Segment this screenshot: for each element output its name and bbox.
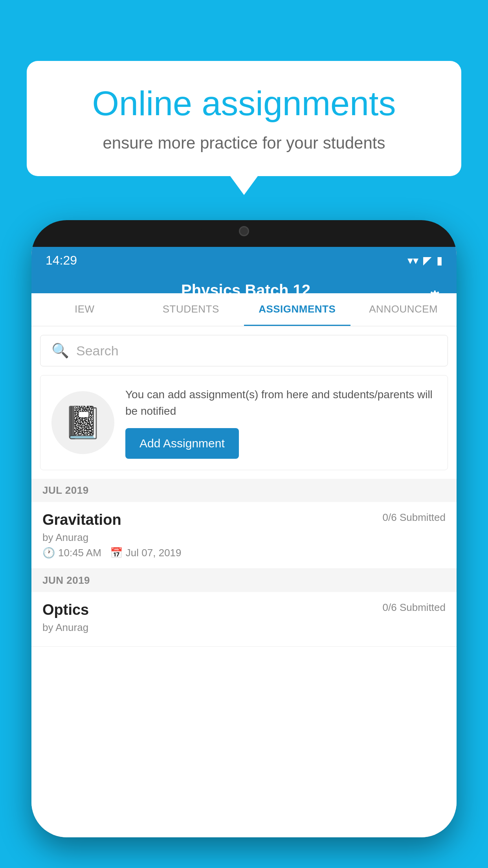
phone-notch	[201, 220, 287, 242]
assignment-title-gravitation: Gravitation	[42, 511, 121, 528]
status-icons: ▾▾ ◤ ▮	[407, 254, 442, 267]
assignment-status-gravitation: 0/6 Submitted	[383, 511, 446, 524]
signal-icon: ◤	[423, 254, 432, 267]
assignment-time-gravitation: 🕐 10:45 AM	[42, 547, 101, 559]
phone-container: 14:29 ▾▾ ◤ ▮ ← Physics Batch 12 Owner ⚙	[31, 220, 457, 868]
calendar-icon: 📅	[110, 547, 123, 559]
notebook-icon: 📓	[63, 404, 103, 441]
tab-iew[interactable]: IEW	[31, 293, 138, 326]
search-placeholder: Search	[76, 343, 119, 359]
speech-bubble-container: Online assignments ensure more practice …	[27, 61, 461, 176]
clock-icon: 🕐	[42, 547, 55, 559]
status-time: 14:29	[46, 253, 77, 268]
promo-icon-circle: 📓	[51, 391, 114, 454]
assignment-row-top: Gravitation 0/6 Submitted	[42, 511, 446, 528]
assignment-meta-gravitation: 🕐 10:45 AM 📅 Jul 07, 2019	[42, 547, 446, 559]
assignment-item-optics[interactable]: Optics 0/6 Submitted by Anurag	[31, 592, 457, 647]
search-icon: 🔍	[51, 342, 69, 359]
section-header-jun: JUN 2019	[31, 569, 457, 592]
phone-camera	[239, 226, 249, 236]
speech-bubble-subtitle: ensure more practice for your students	[54, 134, 434, 153]
phone-screen: 14:29 ▾▾ ◤ ▮ ← Physics Batch 12 Owner ⚙	[31, 247, 457, 837]
promo-text-area: You can add assignment(s) from here and …	[125, 386, 437, 459]
assignment-author-gravitation: by Anurag	[42, 531, 446, 544]
status-bar: 14:29 ▾▾ ◤ ▮	[31, 247, 457, 274]
add-assignment-button[interactable]: Add Assignment	[125, 428, 239, 459]
assignment-title-optics: Optics	[42, 601, 89, 618]
battery-icon: ▮	[437, 254, 442, 267]
tab-announcements[interactable]: ANNOUNCEM	[350, 293, 457, 326]
content-area: 🔍 Search 📓 You can add assignment(s) fro…	[31, 326, 457, 837]
assignment-item-gravitation[interactable]: Gravitation 0/6 Submitted by Anurag 🕐 10…	[31, 502, 457, 569]
speech-bubble-title: Online assignments	[54, 85, 434, 123]
phone-frame: 14:29 ▾▾ ◤ ▮ ← Physics Batch 12 Owner ⚙	[31, 220, 457, 837]
assignment-date-gravitation: 📅 Jul 07, 2019	[110, 547, 182, 559]
tab-assignments[interactable]: ASSIGNMENTS	[244, 293, 350, 326]
promo-banner: 📓 You can add assignment(s) from here an…	[40, 375, 448, 470]
assignment-row-top-optics: Optics 0/6 Submitted	[42, 601, 446, 618]
search-bar[interactable]: 🔍 Search	[40, 335, 448, 366]
wifi-icon: ▾▾	[407, 254, 418, 267]
speech-bubble: Online assignments ensure more practice …	[27, 61, 461, 176]
promo-description: You can add assignment(s) from here and …	[125, 386, 437, 419]
assignment-status-optics: 0/6 Submitted	[383, 601, 446, 614]
tab-students[interactable]: STUDENTS	[138, 293, 244, 326]
assignment-author-optics: by Anurag	[42, 622, 446, 634]
section-header-jul: JUL 2019	[31, 479, 457, 502]
tab-bar: IEW STUDENTS ASSIGNMENTS ANNOUNCEM	[31, 293, 457, 326]
